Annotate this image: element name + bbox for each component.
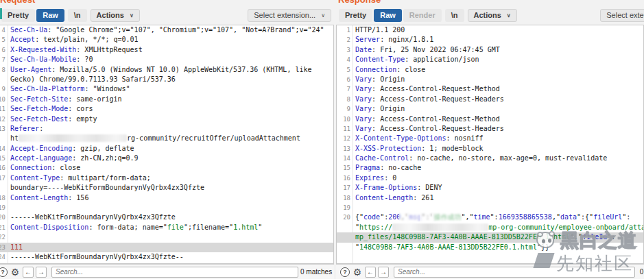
code-line[interactable]: 25 — [0, 262, 333, 264]
code-line[interactable]: 19 — [0, 203, 333, 213]
code-line[interactable]: 12X-Content-Type-Options: nosniff — [337, 134, 643, 143]
actions-dropdown[interactable]: Actions ∨ — [91, 9, 140, 22]
code-line[interactable]: 7Vary: Access-Control-Request-Method — [337, 84, 643, 94]
code-line[interactable]: 10Sec-Fetch-Site: same-origin — [0, 95, 333, 104]
response-panel-title: Response — [336, 0, 644, 6]
tab-raw[interactable]: Raw — [36, 9, 64, 22]
code-line[interactable]: "148C09B8-7AF3-4A0B-AAAE-813DD5B22FE0.1.… — [337, 243, 643, 252]
code-line[interactable]: Gecko) Chrome/99.0.7113.93 Safari/537.36 — [0, 75, 333, 84]
search-input[interactable] — [394, 267, 635, 278]
code-segment: : Mozilla/5.0 (Windows NT 10.0) AppleWeb… — [51, 66, 311, 73]
code-line[interactable]: 16Expires: 0 — [337, 173, 643, 183]
previous-match-button[interactable]: ← — [365, 267, 376, 278]
code-line[interactable]: 8Vary: Access-Control-Request-Headers — [337, 95, 643, 104]
response-editor[interactable]: 1HTTP/1.1 2002Server: nginx/1.8.13Date: … — [336, 25, 644, 264]
code-line[interactable]: 17X-Frame-Options: DENY — [337, 183, 643, 193]
line-number: 4 — [0, 25, 8, 35]
code-line[interactable]: 3Date: Fri, 25 Nov 2022 06:47:45 GMT — [337, 45, 643, 55]
next-match-button[interactable]: → — [36, 267, 47, 278]
code-text: Content-Type: multipart/form-data; — [8, 173, 151, 183]
tab-newline[interactable]: \n — [68, 9, 87, 22]
request-editor[interactable]: 4Sec-Ch-Ua: "Google Chrome";v="107", "Ch… — [0, 25, 334, 264]
match-count: 0 matches — [300, 268, 332, 276]
code-line[interactable]: 17Content-Type: multipart/form-data; — [0, 173, 333, 183]
code-line[interactable]: 9Vary: Origin — [337, 104, 643, 114]
code-line[interactable]: 15Accept-Language: zh-CN,zh;q=0.9 — [0, 154, 333, 163]
code-segment: Connection — [355, 66, 396, 73]
chevron-down-icon: ∨ — [130, 10, 134, 21]
code-line[interactable]: 9Sec-Ch-Ua-Platform: "Windows" — [0, 84, 333, 94]
code-line[interactable]: 12Sec-Fetch-Dest: empty — [0, 114, 333, 124]
code-line[interactable]: 13X-XSS-Protection: 1; mode=block — [337, 144, 643, 154]
code-line[interactable]: 18Content-Length: 156 — [0, 193, 333, 203]
code-line[interactable]: 21Content-Disposition: form-data; name="… — [0, 223, 333, 232]
code-line[interactable]: 18Content-Length: 261 — [337, 193, 643, 203]
code-line[interactable]: 7Sec-Ch-Ua-Mobile: ?0 — [0, 55, 333, 64]
tab-newline[interactable]: \n — [445, 9, 464, 22]
line-number: 15 — [337, 163, 353, 173]
code-line[interactable]: 14Cache-Control: no-cache, no-store, max… — [337, 154, 643, 163]
search-input[interactable] — [51, 267, 298, 278]
code-line[interactable]: 1HTTP/1.1 200 — [337, 25, 643, 35]
code-line[interactable]: 23111 — [0, 243, 333, 252]
line-number: 5 — [337, 65, 353, 75]
code-line[interactable]: 8User-Agent: Mozilla/5.0 (Windows NT 10.… — [0, 65, 333, 75]
code-line[interactable]: 24------WebKitFormBoundarynVyQrbx4zx3Qfz… — [0, 252, 333, 262]
code-line[interactable]: 20{"code":200,"msg":"操作成功","time":166935… — [337, 213, 643, 222]
actions-dropdown[interactable]: Actions ∨ — [468, 9, 517, 22]
select-extension-dropdown[interactable]: Select extension... ∨ — [248, 9, 331, 22]
code-line[interactable]: "https://mp-org-community/employee-onboa… — [337, 223, 643, 232]
code-text: Vary: Access-Control-Request-Headers — [353, 95, 504, 104]
tab-pretty[interactable]: Pretty — [1, 9, 35, 22]
code-line[interactable]: 13Referer: — [0, 124, 333, 134]
code-segment: Accept — [10, 36, 35, 43]
code-text: Date: Fri, 25 Nov 2022 06:47:45 GMT — [353, 45, 500, 55]
code-line[interactable]: 14Accept-Encoding: gzip, deflate — [0, 144, 333, 154]
line-number: 9 — [0, 84, 8, 94]
code-text: Vary: Access-Control-Request-Headers — [353, 124, 504, 134]
gear-icon[interactable]: ⚙ — [352, 267, 363, 278]
code-text: mp_files/148C09B8-7AF3-4A0B-AAAE-813DD5B… — [353, 232, 615, 242]
code-line[interactable]: 10Vary: Access-Control-Request-Method — [337, 114, 643, 124]
code-line[interactable]: mp_files/148C09B8-7AF3-4A0B-AAAE-813DD5B… — [337, 232, 643, 242]
code-line[interactable]: 4Content-Type: application/json — [337, 55, 643, 64]
code-segment: X-Content-Type-Options — [355, 134, 446, 142]
code-segment: : "Windows" — [84, 85, 130, 93]
code-segment: Sec-Fetch-Dest — [10, 115, 68, 123]
code-line[interactable]: 11Vary: Access-Control-Request-Headers — [337, 124, 643, 134]
tab-pretty[interactable]: Pretty — [339, 9, 372, 22]
tab-raw[interactable]: Raw — [374, 9, 402, 22]
code-line[interactable]: 20------WebKitFormBoundarynVyQrbx4zx3Qfz… — [0, 213, 333, 222]
code-segment: ------WebKitFormBoundarynVyQrbx4zx3Qfzte — [10, 213, 176, 221]
code-segment: Cache-Control — [355, 154, 409, 162]
code-text: Content-Length: 261 — [353, 193, 433, 203]
code-text: Server: nginx/1.8.1 — [353, 35, 433, 45]
line-number: 25 — [0, 262, 8, 264]
line-number: 17 — [0, 173, 8, 183]
previous-match-button[interactable]: ← — [23, 267, 34, 278]
code-line[interactable]: 16Connection: close — [0, 163, 333, 173]
line-number: 7 — [337, 84, 353, 94]
code-text: Sec-Ch-Ua-Mobile: ?0 — [8, 55, 93, 64]
code-line[interactable]: 22 — [0, 232, 333, 242]
code-text: "148C09B8-7AF3-4A0B-AAAE-813DD5B22FE0.1.… — [353, 243, 549, 252]
code-line[interactable]: 2Server: nginx/1.8.1 — [337, 35, 643, 45]
select-extension-dropdown[interactable]: Select extension... ∨ — [600, 9, 644, 22]
help-icon[interactable]: ? — [0, 267, 8, 277]
code-line[interactable]: 11Sec-Fetch-Mode: cors — [0, 104, 333, 114]
line-number: 18 — [337, 193, 353, 203]
code-line[interactable]: 6Vary: Origin — [337, 75, 643, 84]
help-icon[interactable]: ? — [340, 267, 350, 277]
code-line[interactable]: boundary=----WebKitFormBoundarynVyQrbx4z… — [0, 183, 333, 193]
code-line[interactable]: 5Connection: close — [337, 65, 643, 75]
code-line[interactable]: htrg-community/recruitOffer/uploadAttach… — [0, 134, 333, 143]
code-segment: ": — [607, 233, 615, 241]
next-match-button[interactable]: → — [378, 267, 389, 278]
code-line[interactable]: 4Sec-Ch-Ua: "Google Chrome";v="107", "Ch… — [0, 25, 333, 35]
code-line[interactable]: 15Pragma: no-cache — [337, 163, 643, 173]
gear-icon[interactable]: ⚙ — [10, 267, 21, 278]
code-line[interactable]: 6X-Requested-With: XMLHttpRequest — [0, 45, 333, 55]
code-line[interactable]: 5Accept: text/plain, */*; q=0.01 — [0, 35, 333, 45]
code-line[interactable]: 19 — [337, 203, 643, 213]
code-segment: Vary — [355, 105, 372, 112]
